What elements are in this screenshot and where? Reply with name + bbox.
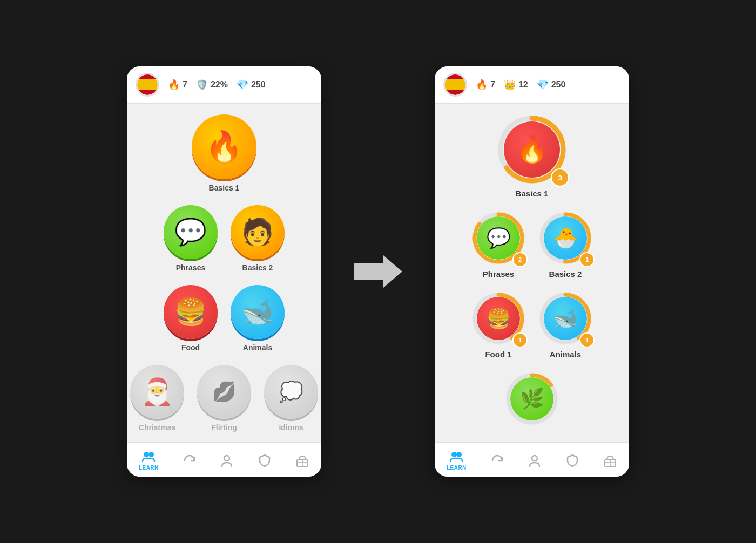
- left-lesson-food[interactable]: 🍔 Food: [164, 285, 218, 352]
- main-container: 🔥 7 🛡️ 22% 💎 250 🔥 Basics 1: [127, 66, 629, 477]
- right-phrases-inner: 💬: [477, 216, 520, 260]
- right-basics1-inner: 🔥: [504, 121, 560, 178]
- right-row-3: 🌿: [505, 372, 559, 426]
- right-gems-value: 250: [551, 80, 566, 90]
- right-basics2-inner: 🐣: [544, 216, 587, 260]
- crown-icon-right: 👑: [504, 79, 516, 91]
- right-shield-nav-icon: [565, 453, 579, 467]
- fire-icon-right: 🔥: [476, 79, 488, 91]
- svg-point-0: [144, 452, 149, 457]
- profile-nav-icon: [220, 453, 234, 467]
- right-basics1-crown: 3: [551, 168, 569, 187]
- right-food1-inner: 🍔: [477, 297, 520, 340]
- arrow-container: [354, 253, 402, 290]
- right-basics1-ring: 🔥 3: [497, 114, 567, 185]
- left-food-circle: 🍔: [164, 285, 218, 339]
- left-lesson-flirting[interactable]: 💋 Flirting: [197, 365, 251, 432]
- shop-nav-icon: [295, 453, 309, 467]
- left-phone: 🔥 7 🛡️ 22% 💎 250 🔥 Basics 1: [127, 66, 321, 477]
- left-row-1: 💬 Phrases 🧑 Basics 2: [164, 205, 285, 272]
- svg-point-1: [148, 452, 154, 457]
- right-nav-learn-label: LEARN: [447, 465, 467, 471]
- left-lesson-basics2[interactable]: 🧑 Basics 2: [231, 205, 285, 272]
- right-nav-shield[interactable]: [565, 453, 579, 467]
- right-basics2-ring: 🐣 1: [538, 211, 592, 265]
- right-nav-shop[interactable]: [603, 453, 617, 467]
- right-streak-stat: 🔥 7: [476, 79, 495, 91]
- svg-point-20: [456, 452, 462, 457]
- shield-nav-icon: [258, 453, 272, 467]
- gem-icon-left: 💎: [237, 79, 248, 91]
- right-lesson-basics1[interactable]: 🔥 3 Basics 1: [497, 114, 567, 198]
- left-animals-circle: 🐋: [231, 285, 285, 339]
- right-practice-nav-icon: [490, 453, 504, 467]
- right-crown-stat: 👑 12: [504, 79, 528, 91]
- left-basics1-label: Basics 1: [209, 184, 240, 192]
- svg-marker-6: [354, 255, 402, 288]
- left-christmas-circle: 🎅: [130, 365, 184, 419]
- right-food1-ring: 🍔 1: [471, 291, 525, 345]
- left-idioms-circle: 💭: [264, 365, 318, 419]
- left-basics2-label: Basics 2: [242, 263, 273, 272]
- right-partial-icon: 🌿: [520, 388, 544, 410]
- right-lesson-partial[interactable]: 🌿: [505, 372, 559, 426]
- right-nav-practice[interactable]: [490, 453, 504, 467]
- left-flirting-circle: 💋: [197, 365, 251, 419]
- left-food-label: Food: [181, 343, 200, 352]
- practice-nav-icon: [183, 453, 197, 467]
- left-lesson-basics1[interactable]: 🔥 Basics 1: [192, 114, 256, 192]
- right-lesson-basics2[interactable]: 🐣 1 Basics 2: [538, 211, 592, 279]
- left-gems-value: 250: [251, 80, 266, 90]
- left-nav-shield[interactable]: [258, 453, 272, 467]
- left-flag[interactable]: [136, 73, 159, 97]
- right-animals-label: Animals: [550, 350, 581, 359]
- right-phrases-icon: 💬: [487, 227, 511, 249]
- left-row-2: 🍔 Food 🐋 Animals: [164, 285, 285, 352]
- right-phone-scroll[interactable]: 🔥 3 Basics 1: [435, 104, 629, 442]
- right-basics1-label: Basics 1: [516, 189, 549, 198]
- left-food-icon: 🍔: [174, 297, 207, 327]
- left-nav-profile[interactable]: [220, 453, 234, 467]
- right-phrases-label: Phrases: [483, 269, 514, 279]
- right-lesson-animals[interactable]: 🐋 1 Animals: [538, 291, 592, 359]
- left-shield-value: 22%: [211, 80, 228, 90]
- left-animals-icon: 🐋: [241, 297, 274, 327]
- right-food1-crown: 1: [512, 332, 528, 348]
- right-nav-learn[interactable]: LEARN: [447, 450, 467, 471]
- left-basics1-icon: 🔥: [205, 129, 243, 165]
- left-lesson-christmas[interactable]: 🎅 Christmas: [130, 365, 184, 432]
- right-arrow: [354, 253, 402, 290]
- left-animals-label: Animals: [243, 343, 272, 352]
- right-basics2-crown: 1: [579, 252, 595, 267]
- right-learn-nav-icon: [449, 450, 463, 464]
- right-flag[interactable]: [443, 73, 467, 97]
- left-lesson-idioms[interactable]: 💭 Idioms: [264, 365, 318, 432]
- right-row-1: 💬 2 Phrases 🐣: [471, 211, 592, 279]
- left-nav-practice[interactable]: [183, 453, 197, 467]
- left-idioms-icon: 💭: [279, 381, 303, 403]
- right-row-2: 🍔 1 Food 1 🐋: [471, 291, 592, 359]
- right-basics2-icon: 🐣: [554, 227, 578, 249]
- left-nav-shop[interactable]: [295, 453, 309, 467]
- left-lesson-phrases[interactable]: 💬 Phrases: [164, 205, 218, 272]
- right-nav-profile[interactable]: [528, 453, 542, 467]
- right-lesson-phrases[interactable]: 💬 2 Phrases: [471, 211, 525, 279]
- gem-icon-right: 💎: [537, 79, 549, 91]
- right-phrases-ring: 💬 2: [471, 211, 525, 265]
- right-lesson-grid: 🔥 3 Basics 1: [443, 114, 620, 426]
- left-phrases-label: Phrases: [176, 263, 205, 272]
- right-animals-ring: 🐋 1: [538, 291, 592, 345]
- left-phone-nav: LEARN: [127, 442, 321, 477]
- left-basics2-icon: 🧑: [241, 217, 274, 247]
- left-flirting-icon: 💋: [212, 381, 237, 403]
- right-lesson-food1[interactable]: 🍔 1 Food 1: [471, 291, 525, 359]
- right-phone-nav: LEARN: [435, 442, 629, 477]
- left-lesson-animals[interactable]: 🐋 Animals: [231, 285, 285, 352]
- left-streak-value: 7: [183, 80, 187, 90]
- right-shop-nav-icon: [603, 453, 617, 467]
- left-phone-scroll[interactable]: 🔥 Basics 1 💬 Phrases 🧑: [127, 104, 321, 442]
- right-food1-icon: 🍔: [487, 307, 511, 330]
- left-lesson-grid: 🔥 Basics 1 💬 Phrases 🧑: [136, 114, 313, 432]
- left-nav-learn[interactable]: LEARN: [139, 450, 159, 471]
- left-shield-stat: 🛡️ 22%: [196, 79, 228, 91]
